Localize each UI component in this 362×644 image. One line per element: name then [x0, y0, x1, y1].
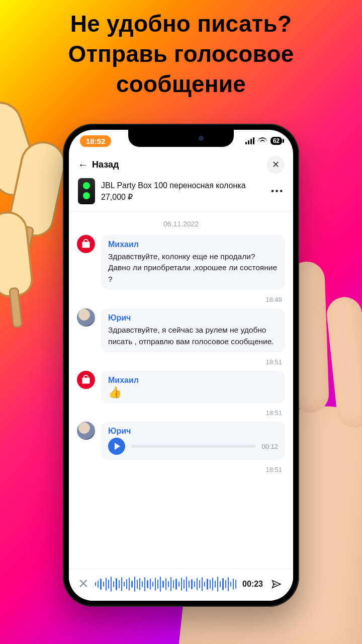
signal-icon [245, 137, 254, 144]
wifi-icon [258, 137, 267, 144]
back-label: Назад [92, 159, 119, 170]
bag-icon [81, 239, 91, 249]
message-text: Здравствуйте, я сейчас за рулем не удобн… [108, 325, 278, 347]
message-emoji: 👍 [108, 387, 278, 398]
message: Михаил 👍 [77, 371, 285, 403]
message-composer: ✕ 00:23 [69, 569, 293, 601]
phone-screen: 18:52 62 ← Назад ✕ JBL Party Box 100 пер… [69, 130, 293, 601]
message-bubble: Михаил 👍 [101, 371, 285, 403]
message: Юрич 00:12 [77, 422, 285, 460]
sender-name: Юрич [108, 427, 278, 436]
close-button[interactable]: ✕ [267, 156, 284, 173]
back-button[interactable]: ← Назад [78, 159, 119, 170]
sender-name: Михаил [108, 376, 278, 385]
chat-date: 06.11.2022 [77, 217, 285, 235]
promo-line-1: Не удобно писать? [15, 9, 347, 39]
more-options-button[interactable]: ••• [271, 187, 284, 196]
avatar[interactable] [77, 235, 95, 253]
play-button[interactable] [108, 438, 125, 455]
voice-track[interactable] [131, 445, 255, 448]
message: Михаил Здравствуйте, колонку еще не прод… [77, 235, 285, 290]
bag-icon [81, 375, 91, 385]
message-time: 18:49 [77, 294, 285, 308]
message: Юрич Здравствуйте, я сейчас за рулем не … [77, 308, 285, 352]
recording-waveform [95, 576, 236, 593]
message-time: 18:51 [77, 407, 285, 422]
chat-area[interactable]: 06.11.2022 Михаил Здравствуйте, колонку … [69, 212, 293, 569]
product-title: JBL Party Box 100 переносная колонка [101, 181, 265, 191]
phone-notch [128, 130, 234, 147]
send-icon [270, 578, 283, 591]
message-time: 18:51 [77, 464, 285, 478]
phone-frame: 18:52 62 ← Назад ✕ JBL Party Box 100 пер… [63, 124, 299, 607]
voice-message: 00:12 [108, 438, 278, 455]
message-bubble: Юрич 00:12 [101, 422, 285, 460]
message-bubble: Юрич Здравствуйте, я сейчас за рулем не … [101, 308, 285, 352]
nav-bar: ← Назад ✕ [69, 152, 293, 176]
cancel-recording-button[interactable]: ✕ [78, 576, 89, 592]
avatar[interactable] [77, 308, 95, 327]
sender-name: Михаил [108, 240, 278, 249]
voice-duration: 00:12 [261, 443, 278, 450]
product-header[interactable]: JBL Party Box 100 переносная колонка 27,… [69, 176, 293, 212]
promo-line-2: Отправь голосовое [15, 39, 347, 69]
avatar[interactable] [77, 371, 95, 389]
arrow-left-icon: ← [78, 159, 88, 170]
status-time: 18:52 [80, 135, 111, 147]
message-time: 18:51 [77, 356, 285, 371]
avatar[interactable] [77, 422, 95, 440]
recording-time: 00:23 [242, 580, 263, 589]
close-icon: ✕ [272, 159, 280, 170]
send-button[interactable] [269, 577, 284, 592]
battery-indicator: 62 [270, 137, 282, 145]
product-price: 27,000 ₽ [101, 192, 265, 202]
message-text: Здравствуйте, колонку еще не продали? Да… [108, 251, 278, 285]
product-thumbnail [78, 178, 95, 204]
sender-name: Юрич [108, 313, 278, 323]
message-bubble: Михаил Здравствуйте, колонку еще не прод… [101, 235, 285, 290]
